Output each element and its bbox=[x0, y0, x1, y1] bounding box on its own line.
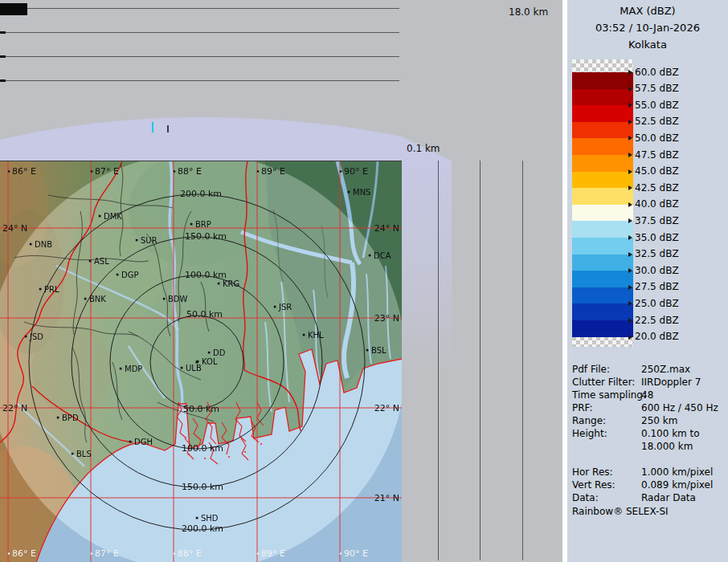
legend-color-band bbox=[572, 89, 633, 106]
legend-marker-icon bbox=[628, 335, 632, 340]
legend-entry-label: 50.0 dBZ bbox=[635, 133, 679, 144]
station-dot bbox=[348, 191, 350, 193]
station-dot bbox=[129, 441, 132, 443]
longitude-label: 89° E bbox=[261, 548, 285, 559]
legend-color-band bbox=[572, 105, 633, 122]
station-dot bbox=[25, 336, 27, 338]
legend-marker-icon bbox=[628, 235, 632, 240]
info-row: Pdf File:250Z.max bbox=[572, 363, 726, 376]
legend-entry-label: 47.5 dBZ bbox=[635, 150, 679, 161]
station-dot bbox=[39, 288, 42, 291]
info-row: Range:250 km bbox=[572, 414, 726, 427]
latitude-label: 22° N bbox=[2, 403, 27, 413]
legend-color-band bbox=[572, 320, 633, 337]
legend-entry-label: 60.0 dBZ bbox=[635, 67, 679, 78]
station-label: DGH bbox=[134, 438, 153, 446]
legend-entry-label: 35.0 dBZ bbox=[635, 233, 679, 243]
legend-entry: 25.0 dBZ bbox=[628, 299, 679, 309]
coverage-dome-shape bbox=[0, 117, 454, 162]
legend-marker-icon bbox=[628, 202, 632, 207]
longitude-label: 87° E bbox=[95, 548, 119, 559]
label-dot bbox=[8, 170, 10, 173]
colorbar bbox=[572, 59, 633, 347]
axis-tick bbox=[0, 79, 6, 82]
legend-marker-icon bbox=[628, 169, 632, 174]
software-credit: Rainbow® SELEX-SI bbox=[572, 506, 669, 517]
legend-entry: 45.0 dBZ bbox=[628, 166, 679, 177]
label-dot bbox=[91, 170, 93, 173]
longitude-label: 88° E bbox=[178, 166, 202, 177]
legend-entry-label: 52.5 dBZ bbox=[635, 116, 679, 127]
legend-color-band bbox=[572, 72, 633, 89]
station-dot bbox=[303, 334, 305, 336]
info-label: Range: bbox=[572, 414, 641, 427]
station-label: DMK bbox=[104, 212, 122, 221]
station-dot bbox=[117, 274, 119, 276]
radar-application-window: 18.0 km 0.1 km bbox=[0, 0, 728, 562]
info-row: Hor Res:1.000 km/pixel bbox=[572, 466, 726, 479]
coverage-dome bbox=[0, 112, 571, 165]
station-label: JSD bbox=[29, 332, 43, 341]
info-value: 0.100 km to bbox=[641, 427, 726, 440]
station-label: BPD bbox=[62, 413, 79, 422]
radar-map[interactable]: 86° E86° E87° E87° E88° E88° E89° E89° E… bbox=[0, 161, 402, 562]
legend-entry-label: 37.5 dBZ bbox=[635, 216, 679, 226]
legend-color-band bbox=[572, 155, 633, 172]
info-label bbox=[572, 453, 641, 466]
station-dot bbox=[136, 239, 138, 242]
legend-entry-label: 27.5 dBZ bbox=[635, 282, 679, 292]
legend-color-band bbox=[572, 255, 633, 271]
station-dot bbox=[197, 360, 199, 363]
height-scale-base-label: 0.1 km bbox=[407, 143, 440, 154]
station-dot bbox=[57, 417, 59, 419]
range-ring-label: 100.0 km bbox=[185, 270, 227, 280]
product-datetime: 03:52 / 10-Jan-2026 bbox=[567, 22, 728, 34]
longitude-label: 87° E bbox=[95, 166, 119, 177]
longitude-label: 88° E bbox=[178, 548, 202, 559]
station-label: JSR bbox=[278, 303, 292, 312]
station-dot bbox=[120, 368, 122, 370]
info-row: Time sampling:48 bbox=[572, 389, 726, 401]
legend-marker-icon bbox=[628, 252, 632, 257]
info-value: IIRDoppler 7 bbox=[641, 376, 726, 389]
station-label: BSL bbox=[371, 346, 386, 355]
legend-entry: 40.0 dBZ bbox=[628, 199, 679, 210]
station-label: BDW bbox=[168, 295, 188, 303]
legend-entry: 22.5 dBZ bbox=[628, 316, 679, 326]
info-value: 250 km bbox=[641, 414, 726, 427]
axis-tick bbox=[0, 55, 6, 58]
legend-entry: 30.0 dBZ bbox=[628, 266, 679, 276]
height-gridline bbox=[0, 56, 399, 57]
label-dot bbox=[174, 170, 176, 173]
longitude-label: 90° E bbox=[344, 166, 368, 177]
station-label: DD bbox=[213, 348, 226, 357]
station-dot bbox=[99, 215, 101, 218]
legend-entry: 27.5 dBZ bbox=[628, 282, 679, 292]
legend-entry-label: 25.0 dBZ bbox=[635, 299, 679, 309]
latitude-label: 23° N bbox=[374, 313, 399, 324]
range-ring-label: 100.0 km bbox=[182, 443, 223, 454]
legend-marker-icon bbox=[628, 318, 632, 323]
info-value: 250Z.max bbox=[641, 363, 726, 376]
height-gridline bbox=[0, 80, 399, 81]
legend-entry-label: 40.0 dBZ bbox=[635, 199, 679, 210]
legend-color-band bbox=[572, 205, 633, 222]
legend-entry: 42.5 dBZ bbox=[628, 183, 679, 193]
legend-entry: 20.0 dBZ bbox=[628, 332, 679, 342]
legend-marker-icon bbox=[628, 218, 632, 223]
label-dot bbox=[340, 170, 342, 173]
info-label: PRF: bbox=[572, 401, 641, 414]
station-dot bbox=[72, 453, 74, 455]
info-label: Height: bbox=[572, 427, 641, 440]
legend-entry: 47.5 dBZ bbox=[628, 150, 679, 161]
station-label: ULB bbox=[186, 364, 202, 373]
legend-entry: 50.0 dBZ bbox=[628, 133, 679, 144]
station-dot bbox=[84, 298, 87, 300]
latitude-label: 24° N bbox=[374, 223, 399, 234]
station-label: BRP bbox=[195, 220, 211, 229]
station-dot bbox=[181, 367, 183, 369]
map-canvas: 86° E86° E87° E87° E88° E88° E89° E89° E… bbox=[0, 161, 402, 562]
longitude-label: 86° E bbox=[12, 166, 36, 177]
info-value: 0.089 km/pixel bbox=[641, 479, 726, 491]
station-label: KOL bbox=[202, 357, 218, 366]
